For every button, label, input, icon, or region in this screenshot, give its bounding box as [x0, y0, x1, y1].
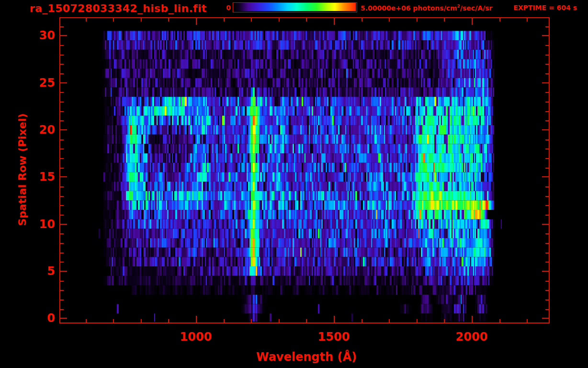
- axis-tick: [545, 290, 549, 291]
- axis-tick: [60, 253, 64, 253]
- axis-tick: [141, 319, 142, 322]
- axis-tick: [545, 149, 549, 150]
- axis-tick: [60, 205, 64, 206]
- axis-tick: [279, 319, 280, 322]
- axis-tick: [542, 82, 549, 83]
- axis-tick: [60, 309, 64, 310]
- plot-title: ra_150728033342_hisb_lin.fit: [30, 2, 207, 14]
- axis-tick: [417, 319, 418, 322]
- axis-tick: [444, 18, 445, 22]
- axis-tick: [417, 18, 418, 22]
- axis-tick: [251, 18, 252, 22]
- axis-tick: [545, 186, 549, 187]
- axis-tick: [60, 120, 64, 121]
- axis-tick: [60, 82, 67, 83]
- axis-tick: [60, 243, 64, 244]
- axis-tick: [545, 168, 549, 169]
- axis-tick: [306, 18, 307, 22]
- axis-tick: [362, 319, 362, 322]
- axis-tick: [542, 35, 549, 36]
- axis-tick: [60, 158, 64, 159]
- exptime-label: EXPTIME = 604 s: [500, 4, 577, 12]
- axis-tick: [60, 271, 67, 272]
- colorbar-gradient-canvas: [233, 3, 356, 11]
- axis-tick: [196, 18, 197, 25]
- axis-tick: [224, 18, 225, 22]
- axis-tick: [545, 55, 549, 56]
- axis-tick: [86, 18, 87, 22]
- axis-tick: [545, 120, 549, 121]
- axis-tick: [334, 316, 335, 322]
- fits-quicklook-window: ra_150728033342_hisb_lin.fit 0 5.00000e+…: [0, 0, 588, 368]
- axis-tick: [60, 281, 64, 282]
- axis-tick: [472, 316, 473, 322]
- axis-tick: [60, 35, 67, 36]
- axis-tick: [389, 18, 390, 22]
- colorbar-max-label: 5.00000e+06 photons/cm2/sec/A/sr: [361, 4, 492, 12]
- axis-tick: [389, 319, 390, 322]
- axis-tick: [86, 319, 87, 322]
- axis-tick: [279, 18, 280, 22]
- axis-tick: [60, 139, 64, 140]
- y-tick-label: 0: [13, 312, 55, 324]
- axis-tick: [60, 224, 67, 225]
- axis-tick: [545, 196, 549, 197]
- axis-tick: [60, 45, 64, 46]
- axis-tick: [545, 309, 549, 310]
- axis-tick: [499, 319, 500, 322]
- x-tick-label: 1500: [318, 330, 350, 344]
- axis-tick: [60, 176, 67, 177]
- axis-tick: [527, 319, 528, 322]
- axis-tick: [545, 92, 549, 93]
- axis-tick: [545, 299, 549, 300]
- axis-tick: [542, 224, 549, 225]
- axis-tick: [545, 139, 549, 140]
- axis-tick: [168, 319, 169, 322]
- axis-tick: [542, 271, 549, 272]
- axis-tick: [545, 243, 549, 244]
- axis-tick: [545, 281, 549, 282]
- x-tick-label: 2000: [456, 330, 488, 344]
- colorbar-max-label-suffix: /sec/A/sr: [460, 4, 493, 12]
- axis-tick: [444, 319, 445, 322]
- axis-tick: [60, 290, 64, 291]
- axis-tick: [60, 262, 64, 263]
- axis-tick: [60, 186, 64, 187]
- axis-tick: [60, 26, 64, 27]
- axis-tick: [60, 102, 64, 103]
- axis-tick: [60, 168, 64, 169]
- axis-tick: [545, 26, 549, 27]
- axis-tick: [306, 319, 307, 322]
- axis-tick: [527, 18, 528, 22]
- axis-tick: [60, 92, 64, 93]
- axis-tick: [545, 205, 549, 206]
- axis-tick: [545, 73, 549, 74]
- axis-tick: [545, 253, 549, 253]
- axis-tick: [334, 18, 335, 25]
- axis-tick: [224, 319, 225, 322]
- axis-tick: [60, 55, 64, 56]
- axis-tick: [542, 176, 549, 177]
- axis-tick: [60, 233, 64, 234]
- y-tick-label: 5: [13, 265, 55, 277]
- axis-tick: [60, 73, 64, 74]
- axis-tick: [141, 18, 142, 22]
- colorbar: [233, 2, 357, 12]
- axis-tick: [362, 18, 362, 22]
- axis-tick: [545, 102, 549, 103]
- axis-tick: [60, 129, 67, 130]
- x-tick-label: 1000: [180, 330, 212, 344]
- axis-tick: [472, 18, 473, 25]
- axis-tick: [60, 215, 64, 216]
- y-tick-label: 10: [13, 218, 55, 230]
- plot-frame: [59, 17, 550, 323]
- y-tick-label: 20: [13, 124, 55, 136]
- axis-tick: [251, 319, 252, 322]
- y-tick-label: 30: [13, 29, 55, 42]
- axis-tick: [545, 215, 549, 216]
- axis-tick: [545, 233, 549, 234]
- axis-tick: [60, 196, 64, 197]
- axis-tick: [545, 45, 549, 46]
- axis-tick: [113, 18, 114, 22]
- axis-tick: [545, 158, 549, 159]
